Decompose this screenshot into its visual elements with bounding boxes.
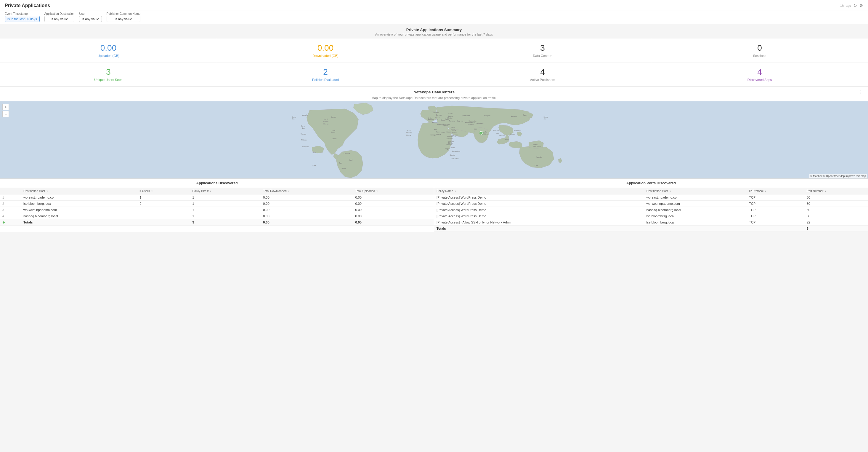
table-row: 3 wp-west.npademo.com 1 0.00 0.00 xyxy=(0,207,434,213)
num-users-cell xyxy=(137,207,190,213)
publisher-cn-btn[interactable]: is any value xyxy=(106,16,141,22)
map-subtitle: Map to display the Netskope Datacenters … xyxy=(0,96,868,102)
policies-value: 2 xyxy=(222,67,429,77)
col-policy-hits[interactable]: Policy Hits # ▾ xyxy=(190,188,261,194)
ip-protocol-cell: TCP xyxy=(747,194,804,201)
discovered-apps-value: 4 xyxy=(656,67,863,77)
ports-totals-row: Totals 5 xyxy=(434,226,868,232)
metric-active-publishers: 4 Active Publishers xyxy=(434,62,651,86)
svg-text:Tanzania: Tanzania xyxy=(446,144,452,145)
svg-text:Cameroon: Cameroon xyxy=(446,138,453,140)
ports-totals-empty1 xyxy=(644,226,747,232)
dest-host-cell: wp-west.npademo.com xyxy=(644,201,747,207)
svg-text:Mongolia: Mongolia xyxy=(302,114,308,116)
svg-text:Pakistan: Pakistan xyxy=(468,123,473,125)
svg-text:Sudan: Sudan xyxy=(446,131,451,133)
app-ports-table-wrapper[interactable]: Policy Name ▾ Destination Host ▾ IP Prot… xyxy=(434,188,868,232)
user-label: User xyxy=(79,12,101,16)
table-row: [Private Access] WordPress Demo wp-west.… xyxy=(434,201,868,207)
ports-totals-count: 5 xyxy=(804,226,868,232)
map-marker-india[interactable] xyxy=(480,131,483,134)
svg-text:Myanmar: Myanmar xyxy=(493,130,500,131)
user-filter: User is any value xyxy=(79,12,101,22)
svg-text:New Guinea: New Guinea xyxy=(533,145,541,147)
svg-text:Angola: Angola xyxy=(445,148,450,150)
total-downloaded-cell: 0.00 xyxy=(260,213,353,219)
map-attribution: © Mapbox © OpenStreetMap Improve this ma… xyxy=(809,174,867,178)
svg-text:States: States xyxy=(331,131,336,133)
svg-text:Spain: Spain xyxy=(435,119,439,121)
zoom-out-button[interactable]: − xyxy=(2,111,9,117)
uploaded-label: Uploaded (GB) xyxy=(5,54,212,57)
table-row: [Private Access] WordPress Demo nasdaq.b… xyxy=(434,207,868,213)
destination-host-cell: wp-east.npademo.com xyxy=(21,194,137,201)
col-total-downloaded[interactable]: Total Downloaded ▾ xyxy=(260,188,353,194)
ip-protocol-cell: TCP xyxy=(747,219,804,226)
ip-protocol-cell: TCP xyxy=(747,207,804,213)
col-policy-name[interactable]: Policy Name ▾ xyxy=(434,188,644,194)
row-num: 3 xyxy=(0,207,21,213)
col-port-number[interactable]: Port Number ▾ xyxy=(804,188,868,194)
svg-text:Oman: Oman xyxy=(453,130,457,131)
summary-subtitle: An overview of your private application … xyxy=(5,33,863,36)
svg-text:Australia: Australia xyxy=(536,156,542,158)
sessions-label: Sessions xyxy=(656,54,863,57)
app-destination-btn[interactable]: is any value xyxy=(44,16,74,22)
event-timestamp-label: Event Timestamp xyxy=(5,12,40,16)
svg-text:Russia: Russia xyxy=(448,113,453,114)
svg-text:Tunisia: Tunisia xyxy=(443,124,448,126)
policy-hits-cell: 1 xyxy=(190,213,261,219)
app-ports-title: Application Ports Discovered xyxy=(434,179,868,188)
num-users-cell xyxy=(137,213,190,219)
map-more-button[interactable]: ⋮ xyxy=(857,89,864,95)
event-timestamp-btn[interactable]: is in the last 30 days xyxy=(5,16,40,22)
downloaded-label: Downloaded (GB) xyxy=(222,54,429,57)
policy-name-cell: [Private Access] WordPress Demo xyxy=(434,201,644,207)
svg-text:Vietnam: Vietnam xyxy=(301,133,306,135)
col-destination-host[interactable]: Destination Host ▾ xyxy=(21,188,137,194)
col-dest-host-ports[interactable]: Destination Host ▾ xyxy=(644,188,747,194)
port-number-cell: 80 xyxy=(804,194,868,201)
svg-text:China: China xyxy=(301,125,305,127)
page-title: Private Applications xyxy=(5,3,50,8)
col-num-users[interactable]: # Users ▾ xyxy=(137,188,190,194)
filter-icon-button[interactable]: ⚙ xyxy=(860,3,863,8)
svg-text:Romania: Romania xyxy=(449,120,455,122)
user-btn[interactable]: is any value xyxy=(79,16,101,22)
metric-unique-users: 3 Unique Users Seen xyxy=(0,62,217,86)
data-centers-label: Data Centers xyxy=(439,54,646,57)
svg-text:Mexico: Mexico xyxy=(332,138,337,140)
svg-text:Pacific: Pacific xyxy=(323,121,329,122)
app-ports-table: Policy Name ▾ Destination Host ▾ IP Prot… xyxy=(434,188,868,232)
policy-name-cell: [Private Access] WordPress Demo xyxy=(434,207,644,213)
refresh-button[interactable]: ↻ xyxy=(854,3,857,8)
dest-host-cell: wp-east.npademo.com xyxy=(644,194,747,201)
svg-text:Mozambique: Mozambique xyxy=(452,150,461,152)
publisher-cn-label: Publisher Common Name xyxy=(106,12,141,16)
app-destination-label: Application Destination xyxy=(44,12,74,16)
metric-downloaded: 0.00 Downloaded (GB) xyxy=(217,38,434,62)
svg-text:Philippines: Philippines xyxy=(514,130,522,131)
policy-name-cell: [Private Access] - Allow SSH only for Ne… xyxy=(434,219,644,226)
destination-host-cell: lse.bloomberg.local xyxy=(21,201,137,207)
summary-section: Private Applications Summary An overview… xyxy=(0,24,868,38)
svg-text:Denmark: Denmark xyxy=(433,112,439,114)
col-total-uploaded[interactable]: Total Uploaded ▾ xyxy=(353,188,434,194)
policy-hits-cell: 1 xyxy=(190,194,261,201)
downloaded-value: 0.00 xyxy=(222,43,429,53)
map-section: Netskope DataCenters ⋮ Map to display th… xyxy=(0,87,868,178)
table-row: [Private Access] WordPress Demo wp-east.… xyxy=(434,194,868,201)
zoom-in-button[interactable]: + xyxy=(2,104,9,110)
apps-discovered-table-wrapper[interactable]: Destination Host ▾ # Users ▾ Policy Hits… xyxy=(0,188,434,226)
svg-text:Mongolia: Mongolia xyxy=(485,115,491,116)
publisher-cn-filter: Publisher Common Name is any value xyxy=(106,12,141,22)
svg-text:Senegal: Senegal xyxy=(431,134,436,136)
col-ip-protocol[interactable]: IP Protocol ▾ xyxy=(747,188,804,194)
metric-policies: 2 Policies Evaluated xyxy=(217,62,434,86)
svg-text:Peru: Peru xyxy=(339,162,343,164)
unique-users-label: Unique Users Seen xyxy=(5,78,212,82)
port-number-cell: 80 xyxy=(804,213,868,219)
dest-host-cell: lse.bloomberg.local xyxy=(644,213,747,219)
event-timestamp-filter: Event Timestamp is in the last 30 days xyxy=(5,12,40,22)
svg-text:Laos: Laos xyxy=(496,133,500,134)
